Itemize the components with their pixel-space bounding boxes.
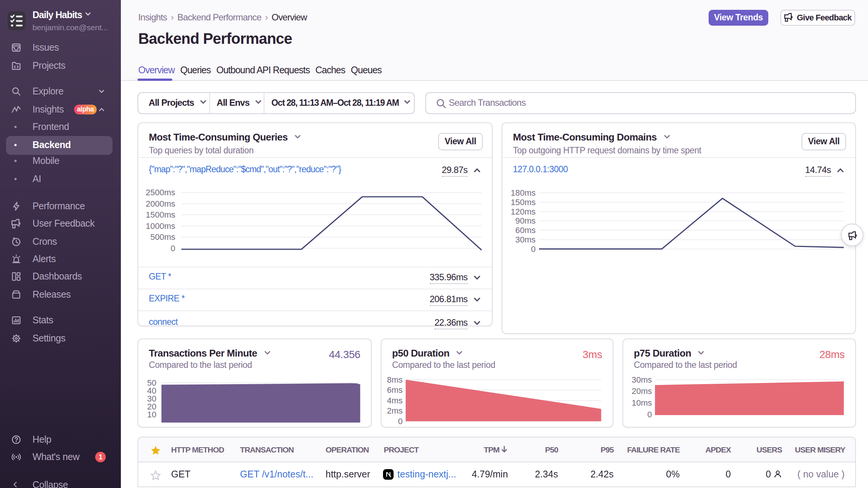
svg-text:0: 0: [647, 410, 652, 419]
svg-text:10: 10: [147, 410, 156, 419]
svg-text:1000ms: 1000ms: [146, 221, 175, 231]
svg-text:500ms: 500ms: [150, 232, 175, 242]
svg-text:60ms: 60ms: [515, 225, 536, 235]
svg-text:30ms: 30ms: [515, 235, 536, 244]
svg-text:2ms: 2ms: [387, 406, 403, 415]
svg-text:2000ms: 2000ms: [146, 199, 175, 208]
svg-text:0: 0: [398, 417, 403, 425]
svg-text:10ms: 10ms: [632, 398, 652, 408]
svg-text:1500ms: 1500ms: [146, 210, 175, 219]
svg-text:0: 0: [171, 244, 175, 253]
svg-text:20ms: 20ms: [632, 386, 652, 396]
svg-text:2500ms: 2500ms: [146, 188, 175, 197]
svg-text:8ms: 8ms: [387, 375, 403, 385]
svg-text:150ms: 150ms: [511, 198, 536, 207]
svg-text:30ms: 30ms: [632, 376, 652, 385]
svg-text:4ms: 4ms: [387, 396, 403, 405]
svg-text:180ms: 180ms: [511, 188, 536, 198]
svg-text:0: 0: [531, 244, 536, 254]
svg-text:6ms: 6ms: [387, 385, 403, 395]
svg-text:120ms: 120ms: [511, 207, 536, 216]
svg-text:90ms: 90ms: [515, 216, 536, 225]
